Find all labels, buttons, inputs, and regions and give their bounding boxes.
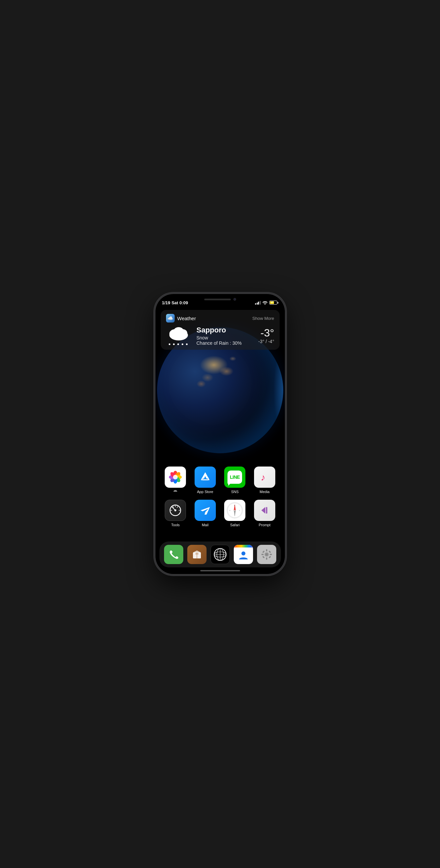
weather-condition: Snow (197, 335, 254, 340)
snow-cloud-icon (166, 326, 193, 346)
front-camera (233, 298, 236, 301)
tools-icon (165, 500, 186, 521)
media-label: Media (260, 490, 270, 494)
svg-rect-44 (266, 549, 267, 552)
svg-point-53 (265, 553, 268, 556)
signal-bar-4 (260, 301, 261, 305)
app-appstore[interactable]: App Store (193, 467, 217, 494)
status-time: 1/19 Sat 0:09 (162, 300, 188, 305)
sns-label: SNS (231, 490, 239, 494)
app-photos[interactable] (164, 467, 187, 494)
browser-icon (210, 545, 230, 564)
phone-screen: 1/19 Sat 0:09 (155, 294, 285, 574)
phone-icon (164, 545, 183, 564)
cydia-icon (187, 545, 207, 564)
mail-label: Mail (202, 523, 209, 527)
rain-chance: Chance of Rain : 30% (197, 340, 254, 346)
tools-label: Tools (171, 523, 180, 527)
battery-tip (277, 302, 278, 304)
wifi-icon (262, 301, 268, 305)
svg-text:E: E (239, 510, 240, 511)
sns-icon: LINE (224, 467, 245, 488)
dock-contacts[interactable] (234, 545, 253, 564)
temperature-range: -3° / -4° (258, 339, 274, 344)
notch (194, 294, 247, 305)
photos-icon (165, 467, 186, 488)
weather-widget[interactable]: ☁️ Weather Show More (161, 310, 280, 350)
app-tools[interactable]: Tools (164, 500, 187, 527)
dock-phone[interactable] (164, 545, 183, 564)
svg-marker-31 (261, 507, 265, 514)
signal-bar-1 (255, 303, 256, 305)
app-grid: App Store LINE SNS (155, 467, 285, 532)
phone-frame: 1/19 Sat 0:09 (155, 294, 285, 574)
svg-text:♪: ♪ (261, 472, 265, 483)
svg-point-12 (173, 475, 178, 479)
contacts-icon (234, 545, 253, 564)
weather-widget-title: Weather (177, 315, 196, 321)
appstore-icon (195, 467, 216, 488)
weather-app-icon: ☁️ (166, 314, 175, 322)
dock (159, 541, 281, 567)
svg-text:S: S (234, 514, 235, 516)
widget-title-row: ☁️ Weather (166, 314, 196, 322)
app-row-2: Tools Mail (161, 500, 280, 527)
svg-rect-48 (262, 551, 265, 553)
svg-rect-32 (266, 507, 267, 514)
signal-bar-2 (257, 303, 258, 305)
temperature-section: -3° -3° / -4° (258, 328, 274, 344)
dock-cydia[interactable] (187, 545, 207, 564)
svg-point-42 (241, 552, 245, 555)
home-indicator (200, 570, 240, 571)
status-icons (255, 301, 278, 305)
appstore-label: App Store (197, 490, 213, 494)
earth-atmosphere (273, 340, 283, 440)
prompt-icon (254, 500, 275, 521)
svg-text:W: W (229, 510, 231, 511)
show-more-button[interactable]: Show More (253, 316, 274, 321)
svg-rect-50 (262, 556, 265, 558)
photos-label (173, 490, 178, 494)
signal-bar-3 (258, 302, 259, 305)
mail-icon (195, 500, 216, 521)
media-icon: ♪ (254, 467, 275, 488)
svg-line-21 (177, 507, 178, 508)
notch-bar (204, 299, 231, 300)
svg-rect-51 (268, 556, 271, 558)
prompt-label: Prompt (259, 523, 270, 527)
dock-settings[interactable] (257, 545, 276, 564)
app-safari[interactable]: N S E W Safari (223, 500, 247, 527)
safari-label: Safari (230, 523, 240, 527)
svg-point-3 (178, 329, 187, 337)
svg-rect-46 (261, 554, 264, 555)
current-temperature: -3° (258, 328, 274, 338)
app-mail[interactable]: Mail (193, 500, 217, 527)
weather-info: Sapporo Snow Chance of Rain : 30% (197, 326, 254, 346)
svg-text:N: N (234, 505, 235, 506)
city-name: Sapporo (197, 326, 254, 335)
svg-rect-49 (268, 551, 271, 553)
battery-body (269, 301, 277, 305)
signal-strength (255, 301, 261, 305)
battery-icon (269, 301, 278, 305)
weather-content: Sapporo Snow Chance of Rain : 30% -3° -3… (166, 326, 274, 346)
safari-icon: N S E W (224, 500, 245, 521)
battery-fill (270, 301, 274, 304)
svg-rect-45 (266, 557, 267, 560)
app-media[interactable]: ♪ Media (253, 467, 276, 494)
widget-header: ☁️ Weather Show More (166, 314, 274, 322)
app-prompt[interactable]: Prompt (253, 500, 276, 527)
app-sns[interactable]: LINE SNS (223, 467, 247, 494)
dock-browser[interactable] (210, 545, 230, 564)
svg-rect-47 (270, 554, 272, 555)
svg-rect-36 (195, 553, 199, 554)
app-row-1: App Store LINE SNS (161, 467, 280, 494)
settings-icon (257, 545, 276, 564)
